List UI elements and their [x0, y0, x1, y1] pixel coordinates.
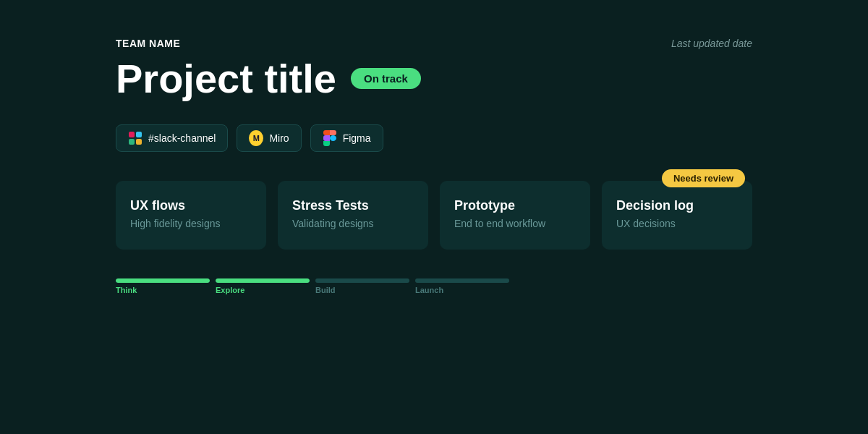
card-stress-tests[interactable]: Stress Tests Validating designs: [278, 181, 428, 250]
card-stress-tests-title: Stress Tests: [292, 198, 414, 213]
progress-label-build: Build: [315, 286, 409, 294]
status-badge: On track: [351, 68, 421, 89]
progress-item-launch: Launch: [415, 278, 509, 294]
progress-fill-think: [116, 278, 210, 283]
miro-icon: M: [249, 131, 263, 145]
progress-label-launch: Launch: [415, 286, 509, 294]
progress-item-explore: Explore: [216, 278, 310, 294]
title-row: Project title On track: [116, 56, 752, 101]
figma-label: Figma: [343, 132, 371, 144]
card-prototype-title: Prototype: [454, 198, 576, 213]
progress-label-think: Think: [116, 286, 210, 294]
figma-button[interactable]: Figma: [310, 124, 383, 152]
slack-icon: [128, 131, 142, 145]
miro-label: Miro: [269, 132, 289, 144]
figma-icon: [323, 131, 337, 145]
slack-button[interactable]: #slack-channel: [116, 124, 228, 152]
cards-grid: UX flows High fidelity designs Stress Te…: [116, 181, 752, 250]
tools-row: #slack-channel M Miro Figma: [116, 124, 752, 152]
last-updated-label: Last updated date: [671, 38, 752, 49]
header: TEAM NAME Last updated date: [116, 38, 752, 49]
card-ux-flows[interactable]: UX flows High fidelity designs: [116, 181, 266, 250]
card-prototype-subtitle: End to end workflow: [454, 218, 576, 229]
progress-item-think: Think: [116, 278, 210, 294]
card-decision-log[interactable]: Needs review Decision log UX decisions: [602, 181, 752, 250]
needs-review-badge: Needs review: [662, 169, 745, 187]
progress-label-explore: Explore: [216, 286, 310, 294]
progress-fill-explore: [216, 278, 310, 283]
slack-label: #slack-channel: [148, 132, 216, 144]
progress-section: ThinkExploreBuildLaunch: [116, 278, 752, 294]
miro-button[interactable]: M Miro: [237, 124, 301, 152]
main-container: TEAM NAME Last updated date Project titl…: [0, 0, 868, 434]
card-ux-flows-title: UX flows: [130, 198, 252, 213]
team-name: TEAM NAME: [116, 38, 180, 49]
card-stress-tests-subtitle: Validating designs: [292, 218, 414, 229]
card-prototype[interactable]: Prototype End to end workflow: [440, 181, 590, 250]
card-decision-log-subtitle: UX decisions: [616, 218, 738, 229]
progress-item-build: Build: [315, 278, 409, 294]
card-ux-flows-subtitle: High fidelity designs: [130, 218, 252, 229]
project-title: Project title: [116, 56, 336, 101]
card-decision-log-title: Decision log: [616, 198, 738, 213]
